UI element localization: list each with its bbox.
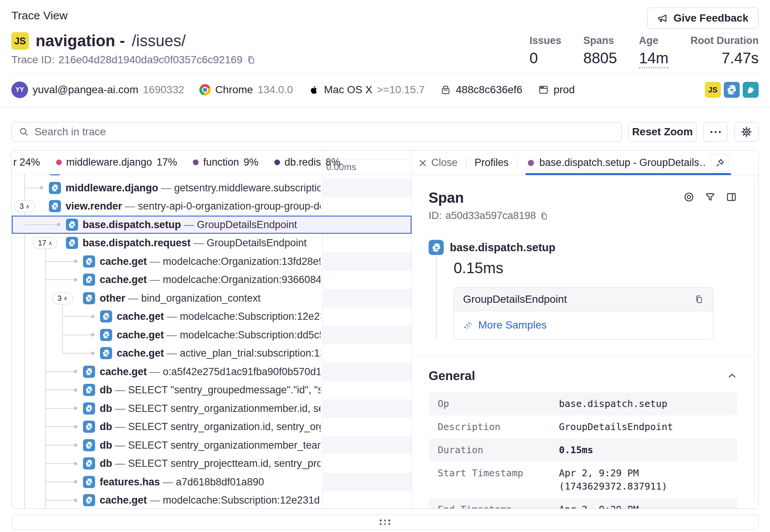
copy-icon[interactable] — [540, 211, 549, 221]
legend-item[interactable]: middleware.django 17% — [56, 156, 177, 168]
python-icon — [100, 329, 112, 341]
user-group: YY yuval@pangea-ai.com 1690332 — [11, 81, 184, 98]
legend-item[interactable]: function 9% — [193, 156, 258, 168]
trace-row[interactable]: 3∧ other — bind_organization_context — [12, 289, 412, 308]
trace-row[interactable]: cache.get — o:a5f42e275d1ac91fba90f0b570… — [12, 363, 412, 381]
panel-resize-handle[interactable] — [11, 515, 759, 530]
focus-span-icon[interactable] — [683, 191, 695, 203]
search-input[interactable] — [34, 126, 614, 138]
trace-row[interactable]: db — SELECT sentry_organization.id, sent… — [12, 418, 412, 436]
tree-connector — [46, 279, 74, 280]
python-icon — [100, 347, 112, 359]
python-icon — [83, 274, 95, 286]
python-icon — [66, 219, 78, 231]
tab-profiles[interactable]: Profiles — [474, 157, 509, 169]
gear-icon — [740, 126, 753, 138]
stat-root-duration: Root Duration 7.47s — [690, 35, 759, 68]
tree-connector — [46, 426, 74, 427]
collapse-chip[interactable]: 3∧ — [52, 293, 73, 304]
python-icon — [83, 439, 95, 451]
python-icon — [83, 494, 95, 506]
chevron-up-icon: ∧ — [64, 295, 68, 302]
table-row: Start Timestamp Apr 2, 9:29 PM(174362937… — [429, 462, 737, 498]
python-icon — [49, 182, 61, 194]
tree-connector — [46, 500, 74, 501]
trace-row[interactable]: middleware.django — getsentry.middleware… — [12, 179, 412, 197]
more-samples-link[interactable]: More Samples — [463, 319, 547, 331]
tree-connector — [46, 371, 74, 372]
trace-row[interactable]: cache.get — modelcache:Organization:13fd… — [12, 252, 412, 271]
browser-group: Chrome 134.0.0 — [199, 84, 293, 96]
collapse-chip[interactable]: 17∧ — [33, 237, 57, 249]
tree-connector — [46, 463, 74, 464]
span-category-dot — [528, 160, 534, 166]
python-icon — [83, 421, 95, 433]
python-icon — [83, 366, 95, 378]
os-name: Mac OS X — [324, 84, 372, 96]
avatar: YY — [11, 81, 28, 98]
copy-icon[interactable] — [246, 55, 256, 65]
sidebar-layout-icon[interactable] — [726, 191, 737, 203]
trace-row[interactable]: cache.get — modelcache:Subscription:12e2… — [12, 491, 412, 509]
trace-row-selected[interactable]: base.dispatch.setup — GroupDetailsEndpoi… — [12, 216, 412, 234]
trace-row[interactable]: 3∧ view.render — sentry-api-0-organizati… — [12, 197, 412, 216]
megaphone-icon — [657, 13, 669, 24]
tree-connector — [46, 445, 74, 446]
trace-id: Trace ID: 216e04d28d1940da9c0f0357c6c921… — [11, 54, 256, 66]
search-icon — [19, 127, 29, 137]
tree-connector — [63, 316, 91, 317]
transaction-title: navigation - — [36, 32, 125, 50]
tree-connector — [46, 408, 74, 409]
trace-row[interactable]: db — SELECT "sentry_groupedmessage"."id"… — [12, 381, 412, 399]
javascript-platform-icon: JS — [705, 82, 721, 98]
legend-item-clipped[interactable]: r 24% — [13, 156, 40, 168]
apple-icon — [308, 84, 319, 95]
stat-issues: Issues 0 — [529, 35, 561, 68]
funnel-icon[interactable] — [704, 191, 716, 203]
browser-name: Chrome — [215, 84, 253, 96]
reset-zoom-button[interactable]: Reset Zoom — [628, 122, 696, 142]
python-icon — [429, 240, 444, 255]
drawer-scrollbar[interactable] — [754, 181, 755, 503]
trace-row[interactable]: cache.get — modelcache:Organization:9366… — [12, 271, 412, 289]
trace-row[interactable]: db — SELECT sentry_organizationmember.id… — [12, 399, 412, 418]
trace-row[interactable]: cache.get — active_plan_trial:subscripti… — [12, 344, 412, 363]
span-id: ID: a50d33a597ca8198 — [429, 210, 737, 222]
collapse-chip[interactable]: 3∧ — [14, 200, 35, 212]
settings-button[interactable] — [734, 122, 759, 142]
chevron-up-icon[interactable] — [727, 371, 737, 381]
transaction-path: /issues/ — [132, 32, 186, 50]
tab-span-details[interactable]: base.dispatch.setup - GroupDetails… — [526, 150, 731, 175]
python-icon — [83, 292, 95, 304]
python-platform-icon — [724, 82, 740, 98]
trace-stats: Issues 0 Spans 8805 Age 14m Root Duratio… — [529, 35, 759, 68]
page-title: Trace View — [11, 9, 67, 22]
legend-dot — [56, 160, 62, 165]
chrome-icon — [199, 84, 211, 95]
pin-tab-button[interactable] — [711, 154, 729, 172]
copy-icon[interactable] — [694, 294, 704, 304]
trace-row[interactable]: 17∧ base.dispatch.request — GroupDetails… — [12, 234, 412, 252]
trace-row[interactable] — [12, 174, 412, 179]
drawer-tabbar: × Close Profiles base.dispatch.setup - G… — [412, 150, 758, 175]
sample-box: GroupDetailsEndpoint — [454, 287, 714, 340]
trace-waterfall-panel: r 24% middleware.django 17% function 9% … — [11, 150, 759, 509]
stat-spans: Spans 8805 — [583, 35, 617, 68]
trace-row[interactable]: features.has — a7d618b8df01a890 — [12, 473, 412, 491]
chevron-up-icon: ∧ — [26, 203, 30, 210]
trace-row[interactable]: db — SELECT sentry_projectteam.id, sentr… — [12, 454, 412, 473]
user-email: yuval@pangea-ai.com — [33, 84, 138, 96]
user-id: 1690332 — [143, 84, 184, 96]
trace-row[interactable]: cache.get — modelcache:Subscription:dd5c… — [12, 326, 412, 344]
more-options-button[interactable] — [703, 122, 728, 142]
trace-row[interactable]: db — SELECT sentry_organizationmember_te… — [12, 436, 412, 455]
device-icon — [440, 84, 451, 95]
close-drawer-button[interactable]: × Close — [418, 157, 457, 169]
trace-row[interactable]: cache.get — modelcache:Subscription:12e2… — [12, 307, 412, 326]
give-feedback-button[interactable]: Give Feedback — [647, 8, 759, 29]
python-icon — [49, 174, 61, 175]
tree-connector — [46, 261, 74, 262]
span-subtree: 0.15ms GroupDetailsEndpoint — [436, 257, 714, 340]
window-icon — [538, 84, 549, 95]
python-icon — [66, 237, 78, 249]
